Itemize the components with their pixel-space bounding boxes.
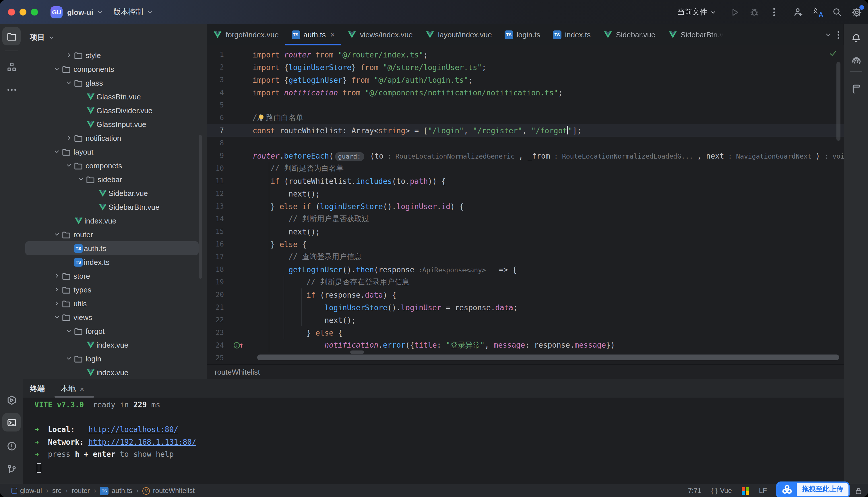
status-crumb-glow-ui[interactable]: glow-ui: [12, 487, 42, 495]
tree-item-index-vue[interactable]: index.vue: [25, 214, 198, 228]
tab-close-icon[interactable]: ×: [330, 30, 335, 39]
chevron-right-icon[interactable]: [52, 299, 62, 308]
chevron-down-icon[interactable]: [76, 175, 86, 184]
tree-item-views[interactable]: views: [25, 310, 198, 324]
tree-item-router[interactable]: router: [25, 228, 198, 241]
breadcrumb[interactable]: routeWhitelist: [215, 368, 260, 377]
status-crumb-src[interactable]: src: [52, 487, 61, 495]
project-tool-icon[interactable]: [2, 27, 21, 45]
tree-item-login[interactable]: login: [25, 352, 198, 366]
settings-gear-icon[interactable]: [851, 6, 862, 18]
intention-lightbulb-icon[interactable]: [257, 114, 265, 122]
run-button[interactable]: [729, 6, 740, 18]
tree-item-style[interactable]: style: [25, 48, 198, 62]
status-crumb-auth-ts[interactable]: TSauth.ts: [100, 486, 132, 495]
tree-item-index-ts[interactable]: TSindex.ts: [25, 255, 198, 269]
chevron-down-icon[interactable]: [52, 313, 62, 322]
code-with-me-icon[interactable]: [792, 6, 804, 18]
netdisk-upload-widget[interactable]: 拖拽至此上传: [776, 482, 850, 497]
editor-tab-auth-ts[interactable]: TSauth.ts×: [285, 24, 341, 45]
line-ending-widget[interactable]: LF: [759, 487, 767, 495]
chevron-right-icon[interactable]: [64, 133, 74, 142]
folder-icon: [62, 230, 72, 239]
ai-assistant-icon[interactable]: [847, 52, 865, 70]
recursive-call-gutter-icon[interactable]: I: [233, 341, 245, 349]
structure-tool-icon[interactable]: [2, 57, 21, 76]
tree-item-glassdivider-vue[interactable]: GlassDivider.vue: [25, 103, 198, 117]
tree-item-types[interactable]: types: [25, 283, 198, 297]
editor-tab-forgot-index-vue[interactable]: forgot/index.vue: [207, 24, 285, 45]
terminal-tab-local[interactable]: 本地 ×: [61, 384, 84, 394]
terminal-output[interactable]: VITE v7.3.0 ready in 229 ms➜ Local: http…: [34, 399, 838, 484]
chevron-down-icon[interactable]: [52, 147, 62, 156]
run-configuration-selector[interactable]: 当前文件: [677, 7, 717, 17]
microsoft-plugin-icon[interactable]: [742, 487, 749, 494]
tree-item-notification[interactable]: notification: [25, 131, 198, 145]
search-everywhere-icon[interactable]: [831, 6, 843, 18]
terminal-tab-close-icon[interactable]: ×: [80, 385, 84, 393]
chevron-down-icon[interactable]: [64, 78, 74, 87]
more-tool-windows-icon[interactable]: [2, 81, 21, 99]
chevron-down-icon[interactable]: [64, 326, 74, 336]
tree-item-glass[interactable]: glass: [25, 76, 198, 90]
caret-position-widget[interactable]: 7:71: [688, 487, 702, 495]
tree-item-glassinput-vue[interactable]: GlassInput.vue: [25, 117, 198, 131]
editor-tab-layout-index-vue[interactable]: layout/index.vue: [419, 24, 498, 45]
unlock-icon[interactable]: [855, 487, 862, 495]
tree-item-sidebar[interactable]: sidebar: [25, 172, 198, 186]
services-tool-icon[interactable]: [2, 391, 21, 409]
project-panel-header[interactable]: 项目: [23, 24, 207, 43]
terminal-link[interactable]: http://192.168.1.131:80/: [88, 438, 196, 446]
tree-item-sidebar-vue[interactable]: Sidebar.vue: [25, 186, 198, 200]
chevron-down-icon[interactable]: [52, 65, 62, 73]
editor-horizontal-scrollbar[interactable]: [257, 355, 839, 360]
terminal-link[interactable]: http://localhost:80/: [88, 425, 178, 434]
problems-tool-icon[interactable]: [2, 437, 21, 455]
project-avatar[interactable]: GU: [50, 6, 62, 18]
code-editor[interactable]: 1import router from "@/router/index.ts";…: [207, 45, 844, 364]
tree-item-index-vue[interactable]: index.vue: [25, 338, 198, 352]
editor-tab-views-index-vue[interactable]: views/index.vue: [341, 24, 419, 45]
translate-icon[interactable]: 文A: [812, 6, 823, 18]
inspections-ok-check-icon[interactable]: [829, 49, 837, 57]
more-actions-button[interactable]: [768, 6, 780, 18]
tree-scrollbar[interactable]: [198, 135, 202, 279]
chevron-right-icon[interactable]: [52, 285, 62, 294]
chevron-down-icon[interactable]: [64, 354, 74, 363]
language-widget[interactable]: { } Vue: [711, 487, 732, 495]
tree-item-auth-ts[interactable]: TSauth.ts: [25, 241, 198, 255]
status-crumb-router[interactable]: router: [72, 487, 90, 495]
editor-tab-sidebar-vue[interactable]: Sidebar.vue: [597, 24, 662, 45]
editor-tab-sidebarbtn-v[interactable]: SidebarBtn.v: [662, 24, 730, 45]
tree-item-index-vue[interactable]: index.vue: [25, 366, 198, 379]
tree-item-sidebarbtn-vue[interactable]: SidebarBtn.vue: [25, 200, 198, 214]
zoom-window-button[interactable]: [31, 9, 38, 15]
vcs-widget[interactable]: 版本控制: [113, 7, 153, 17]
terminal-tool-icon[interactable]: [2, 413, 21, 431]
translation-dictionary-icon[interactable]: [847, 79, 865, 98]
tree-item-glassbtn-vue[interactable]: GlassBtn.vue: [25, 90, 198, 103]
tree-item-utils[interactable]: utils: [25, 297, 198, 310]
tree-item-store[interactable]: store: [25, 269, 198, 283]
editor-tab-index-ts[interactable]: TSindex.ts: [546, 24, 597, 45]
close-window-button[interactable]: [8, 9, 15, 15]
tab-options-kebab-icon[interactable]: [838, 31, 839, 39]
editor-tab-login-ts[interactable]: TSlogin.ts: [498, 24, 546, 45]
chevron-right-icon[interactable]: [52, 271, 62, 280]
status-crumb-routewhitelist[interactable]: VrouteWhitelist: [143, 487, 195, 495]
minimize-window-button[interactable]: [19, 9, 26, 15]
git-branch-icon[interactable]: [2, 460, 21, 478]
tree-item-components[interactable]: components: [25, 62, 198, 76]
tab-list-chevron-icon[interactable]: [824, 31, 832, 39]
editor-vertical-scrollbar[interactable]: [836, 62, 840, 141]
project-selector[interactable]: glow-ui: [67, 8, 103, 16]
chevron-down-icon[interactable]: [52, 230, 62, 239]
notifications-bell-icon[interactable]: [847, 29, 865, 47]
debug-button[interactable]: [749, 6, 760, 18]
chevron-down-icon[interactable]: [64, 161, 74, 170]
code-text: if (routeWhitelist.includes(to.path)) {: [224, 177, 446, 185]
tree-item-layout[interactable]: layout: [25, 145, 198, 159]
tree-item-forgot[interactable]: forgot: [25, 324, 198, 338]
chevron-right-icon[interactable]: [64, 51, 74, 60]
tree-item-componets[interactable]: componets: [25, 159, 198, 172]
